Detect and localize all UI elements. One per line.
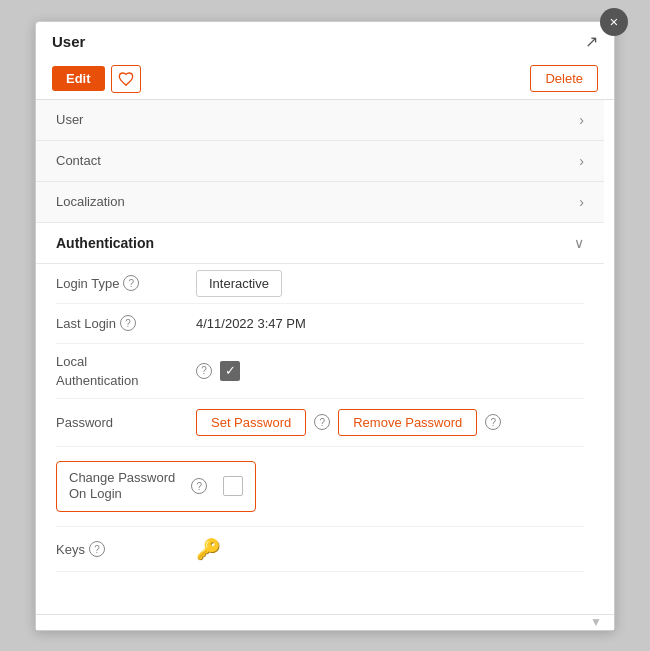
- section-user-label: User: [56, 112, 83, 127]
- set-password-button[interactable]: Set Password: [196, 409, 306, 436]
- content-area: User › Contact › Localization › Authenti…: [36, 100, 614, 614]
- keys-row: Keys ? 🔑: [56, 527, 584, 572]
- toolbar: Edit Delete: [36, 59, 614, 100]
- chevron-right-icon: ›: [579, 112, 584, 128]
- login-type-box: Interactive: [196, 270, 282, 297]
- section-contact-label: Contact: [56, 153, 101, 168]
- chevron-right-icon: ›: [579, 153, 584, 169]
- modal-footer: ▼: [36, 614, 614, 630]
- local-auth-value: ? ✓: [196, 361, 584, 381]
- local-auth-label: Local Authentication: [56, 354, 196, 388]
- auth-section-title: Authentication: [56, 235, 154, 251]
- last-login-help-icon[interactable]: ?: [120, 315, 136, 331]
- keys-help-icon[interactable]: ?: [89, 541, 105, 557]
- scroll-down-icon: ▼: [590, 615, 602, 629]
- section-contact[interactable]: Contact ›: [36, 141, 604, 182]
- section-user[interactable]: User ›: [36, 100, 604, 141]
- favorite-button[interactable]: [111, 65, 141, 93]
- last-login-value: 4/11/2022 3:47 PM: [196, 316, 584, 331]
- local-auth-checkbox[interactable]: ✓: [220, 361, 240, 381]
- delete-button[interactable]: Delete: [530, 65, 598, 92]
- login-type-label: Login Type ?: [56, 275, 196, 291]
- keys-label: Keys ?: [56, 541, 196, 557]
- last-login-label: Last Login ?: [56, 315, 196, 331]
- local-auth-row: Local Authentication ? ✓: [56, 344, 584, 399]
- close-button[interactable]: ×: [600, 8, 628, 36]
- password-label: Password: [56, 415, 196, 430]
- section-localization[interactable]: Localization ›: [36, 182, 604, 223]
- toolbar-left: Edit: [52, 65, 141, 93]
- remove-password-help-icon[interactable]: ?: [485, 414, 501, 430]
- modal: × User ↗ Edit Delete User › Contact ›: [35, 21, 615, 631]
- auth-section-header[interactable]: Authentication ∨: [36, 223, 604, 264]
- change-password-help-icon[interactable]: ?: [191, 478, 207, 494]
- password-buttons: Set Password ? Remove Password ?: [196, 409, 584, 436]
- remove-password-button[interactable]: Remove Password: [338, 409, 477, 436]
- change-password-box: Change Password On Login ?: [56, 461, 256, 513]
- change-password-row: Change Password On Login ?: [56, 447, 584, 528]
- login-type-help-icon[interactable]: ?: [123, 275, 139, 291]
- keys-value: 🔑: [196, 537, 584, 561]
- keys-icon[interactable]: 🔑: [196, 538, 221, 560]
- login-type-value: Interactive: [196, 276, 584, 291]
- auth-content: Login Type ? Interactive Last Login ? 4/…: [36, 264, 604, 583]
- set-password-help-icon[interactable]: ?: [314, 414, 330, 430]
- last-login-row: Last Login ? 4/11/2022 3:47 PM: [56, 304, 584, 344]
- chevron-down-icon: ∨: [574, 235, 584, 251]
- change-password-label: Change Password On Login: [69, 470, 175, 504]
- modal-header: User ↗: [36, 22, 614, 59]
- edit-button[interactable]: Edit: [52, 66, 105, 91]
- expand-icon[interactable]: ↗: [585, 32, 598, 51]
- modal-title: User: [52, 33, 85, 50]
- login-type-row: Login Type ? Interactive: [56, 264, 584, 304]
- local-auth-help-icon[interactable]: ?: [196, 363, 212, 379]
- password-row: Password Set Password ? Remove Password …: [56, 399, 584, 447]
- chevron-right-icon: ›: [579, 194, 584, 210]
- change-password-checkbox[interactable]: [223, 476, 243, 496]
- password-value: Set Password ? Remove Password ?: [196, 409, 584, 436]
- section-localization-label: Localization: [56, 194, 125, 209]
